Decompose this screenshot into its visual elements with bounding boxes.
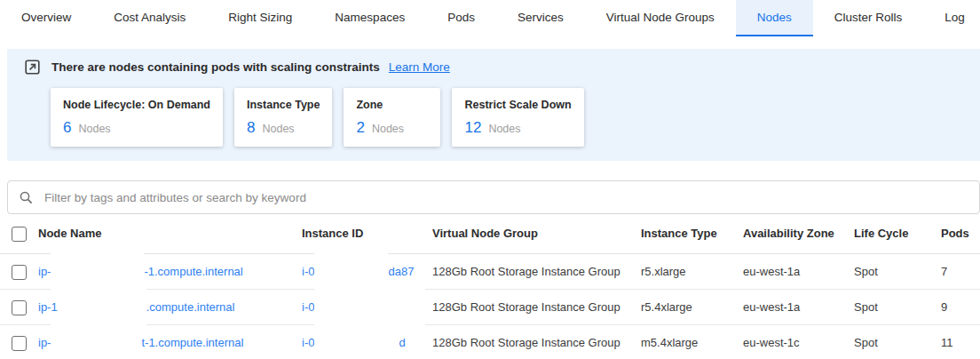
table-row[interactable]: ip-t-1.compute.internal i-0d 128Gb Root … <box>0 325 980 359</box>
tab-services[interactable]: Services <box>496 0 585 36</box>
availability-zone-cell: eu-west-1c <box>743 325 854 359</box>
tab-namespaces[interactable]: Namespaces <box>313 0 426 36</box>
node-name-cell[interactable]: ip--1.compute.internal <box>38 254 302 290</box>
instance-id-cell[interactable]: i-0 <box>302 290 432 325</box>
availability-zone-cell: eu-west-1a <box>743 290 854 325</box>
card-count: 12 <box>464 119 481 137</box>
instance-id-cell[interactable]: i-0da87 <box>302 254 432 290</box>
card-restrict-scale-down[interactable]: Restrict Scale Down 12 Nodes <box>452 88 583 147</box>
search-icon <box>19 190 34 205</box>
column-header-node-name[interactable]: Node Name <box>38 216 302 251</box>
tab-virtual-node-groups[interactable]: Virtual Node Groups <box>585 0 736 36</box>
card-count: 6 <box>63 119 71 137</box>
card-zone[interactable]: Zone 2 Nodes <box>344 88 440 147</box>
virtual-node-group-cell: 128Gb Root Storage Instance Group <box>432 325 641 359</box>
scale-up-arrow-icon <box>25 60 40 75</box>
column-header-instance-id[interactable]: Instance ID <box>302 216 432 251</box>
redaction-box <box>314 323 399 359</box>
instance-type-cell: r5.xlarge <box>641 254 743 290</box>
row-checkbox[interactable] <box>12 265 27 280</box>
virtual-node-group-cell: 128Gb Root Storage Instance Group <box>432 254 641 290</box>
column-header-availability-zone[interactable]: Availability Zone <box>743 216 854 251</box>
column-header-virtual-node-group[interactable]: Virtual Node Group <box>432 216 641 251</box>
card-title: Node Lifecycle: On Demand <box>63 99 210 111</box>
row-checkbox[interactable] <box>12 336 27 351</box>
column-header-pods[interactable]: Pods <box>941 216 980 251</box>
tab-cluster-rolls[interactable]: Cluster Rolls <box>813 0 924 36</box>
tab-right-sizing[interactable]: Right Sizing <box>207 0 313 36</box>
pods-cell: 7 <box>941 254 980 290</box>
instance-type-cell: r5.4xlarge <box>641 290 743 325</box>
tab-nodes[interactable]: Nodes <box>736 0 813 36</box>
select-all-checkbox[interactable] <box>12 227 27 242</box>
filter-search-bar <box>7 180 980 214</box>
tab-cost-analysis[interactable]: Cost Analysis <box>92 0 207 36</box>
instance-type-cell: m5.4xlarge <box>641 325 743 359</box>
card-title: Instance Type <box>247 99 320 111</box>
nodes-table: Node Name Instance ID Virtual Node Group… <box>0 214 980 359</box>
learn-more-link[interactable]: Learn More <box>389 60 450 74</box>
scaling-constraints-banner: There are nodes containing pods with sca… <box>7 49 980 161</box>
instance-id-cell[interactable]: i-0d <box>302 325 432 359</box>
card-unit: Nodes <box>488 123 520 135</box>
life-cycle-cell: Spot <box>854 254 941 290</box>
node-name-cell[interactable]: ip-t-1.compute.internal <box>38 325 302 359</box>
column-header-instance-type[interactable]: Instance Type <box>641 216 743 251</box>
node-name-cell[interactable]: ip-1.compute.internal <box>38 290 302 325</box>
redaction-box <box>51 323 141 359</box>
tab-log[interactable]: Log <box>923 0 980 36</box>
card-unit: Nodes <box>78 123 110 135</box>
tab-bar: Overview Cost Analysis Right Sizing Name… <box>0 0 980 36</box>
card-unit: Nodes <box>372 123 404 135</box>
life-cycle-cell: Spot <box>854 290 941 325</box>
constraint-cards: Node Lifecycle: On Demand 6 Nodes Instan… <box>51 88 980 147</box>
card-instance-type[interactable]: Instance Type 8 Nodes <box>234 88 332 147</box>
banner-message: There are nodes containing pods with sca… <box>51 60 380 74</box>
card-title: Restrict Scale Down <box>464 99 571 111</box>
pods-cell: 11 <box>941 325 980 359</box>
table-row[interactable]: ip-1.compute.internal i-0 128Gb Root Sto… <box>0 290 980 325</box>
pods-cell: 9 <box>941 290 980 325</box>
column-header-life-cycle[interactable]: Life Cycle <box>854 216 941 251</box>
availability-zone-cell: eu-west-1a <box>743 254 854 290</box>
card-node-lifecycle[interactable]: Node Lifecycle: On Demand 6 Nodes <box>51 88 223 147</box>
table-header-row: Node Name Instance ID Virtual Node Group… <box>0 214 980 254</box>
card-count: 8 <box>247 119 255 137</box>
table-row[interactable]: ip--1.compute.internal i-0da87 128Gb Roo… <box>0 254 980 290</box>
tab-pods[interactable]: Pods <box>426 0 496 36</box>
card-unit: Nodes <box>262 123 294 135</box>
card-count: 2 <box>356 119 364 137</box>
row-checkbox[interactable] <box>12 300 27 315</box>
tab-overview[interactable]: Overview <box>0 0 92 36</box>
virtual-node-group-cell: 128Gb Root Storage Instance Group <box>432 290 641 325</box>
card-title: Zone <box>356 99 428 111</box>
search-input[interactable] <box>43 190 968 205</box>
life-cycle-cell: Spot <box>854 325 941 359</box>
